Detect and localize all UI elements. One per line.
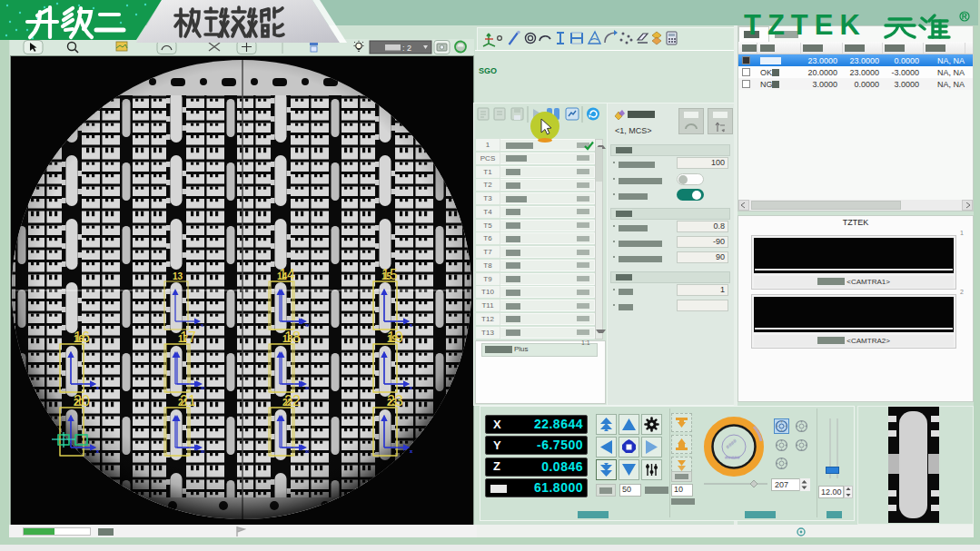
svg-text:14: 14 [279, 267, 295, 282]
svg-text:####: #### [725, 438, 738, 450]
svg-text:23: 23 [387, 393, 403, 408]
svg-text:16: 16 [74, 330, 90, 345]
svg-text:13: 13 [173, 271, 183, 281]
svg-text:15: 15 [381, 267, 398, 282]
svg-text:x: x [96, 385, 99, 390]
svg-text:20: 20 [74, 393, 90, 408]
svg-text:x: x [307, 448, 310, 454]
svg-text:#####: ##### [725, 455, 740, 460]
svg-text:x: x [307, 322, 310, 328]
svg-text:19: 19 [387, 330, 403, 345]
svg-text:x: x [410, 322, 412, 328]
svg-text:22: 22 [284, 393, 301, 408]
svg-text:18: 18 [284, 330, 301, 345]
svg-text:21: 21 [180, 393, 196, 408]
svg-text:x: x [410, 385, 412, 390]
svg-text:17: 17 [180, 330, 196, 345]
svg-text:: 2: : 2 [402, 44, 411, 53]
svg-text:x: x [410, 448, 412, 454]
svg-text:x: x [203, 385, 205, 390]
svg-text:x: x [96, 448, 99, 454]
svg-text:x: x [203, 448, 205, 454]
svg-text:x: x [307, 385, 310, 390]
svg-text:TZTEK: TZTEK [744, 10, 866, 39]
